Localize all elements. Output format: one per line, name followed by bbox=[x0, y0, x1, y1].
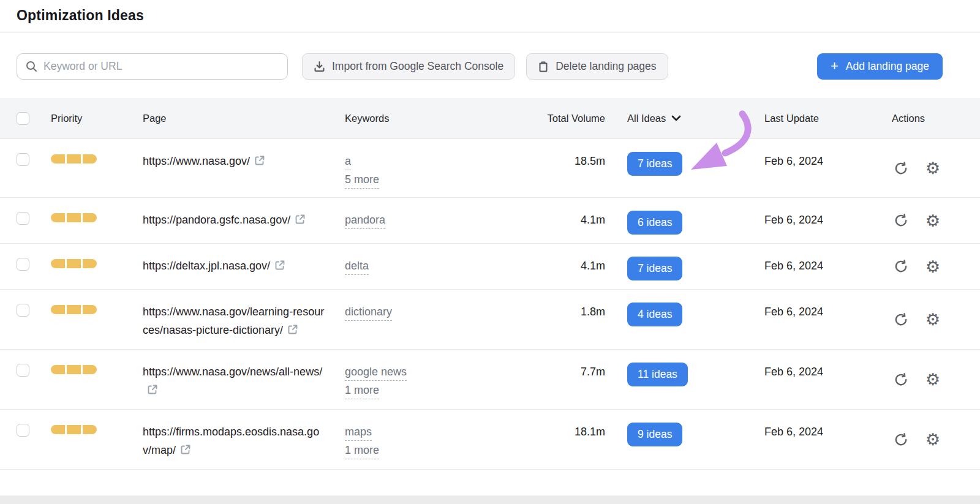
total-volume-value: 18.1m bbox=[529, 410, 605, 469]
ideas-button[interactable]: 4 ideas bbox=[627, 303, 682, 326]
ideas-cell: 4 ideas bbox=[605, 290, 764, 349]
actions-cell: ⚙ bbox=[889, 198, 980, 243]
external-link-icon[interactable] bbox=[254, 153, 265, 171]
delete-landing-pages-label: Delete landing pages bbox=[556, 60, 656, 73]
priority-segment bbox=[83, 259, 97, 268]
keyword-link[interactable]: 1 more bbox=[345, 382, 379, 399]
keywords-cell: maps1 more bbox=[345, 410, 529, 469]
header-total-volume: Total Volume bbox=[529, 113, 605, 124]
gear-icon[interactable]: ⚙ bbox=[925, 431, 940, 448]
bottom-strip bbox=[0, 495, 980, 504]
priority-segment bbox=[51, 213, 65, 222]
ideas-button[interactable]: 7 ideas bbox=[627, 257, 682, 280]
priority-cell bbox=[51, 244, 143, 289]
priority-indicator bbox=[51, 365, 143, 374]
actions-cell: ⚙ bbox=[889, 410, 980, 469]
priority-segment bbox=[51, 259, 65, 268]
row-check-cell bbox=[0, 139, 51, 197]
row-checkbox[interactable] bbox=[17, 258, 29, 271]
row-check-cell bbox=[0, 198, 51, 243]
page-url-text: https://www.nasa.gov/news/all-news/ bbox=[143, 366, 322, 378]
external-link-icon[interactable] bbox=[274, 258, 285, 276]
page-url-cell: https://www.nasa.gov/ bbox=[143, 139, 326, 197]
gear-icon[interactable]: ⚙ bbox=[925, 258, 940, 275]
gear-icon[interactable]: ⚙ bbox=[925, 160, 940, 176]
table-body: https://www.nasa.gov/ a5 more 18.5m 7 id… bbox=[0, 139, 980, 470]
ideas-button[interactable]: 9 ideas bbox=[627, 423, 682, 446]
keywords-cell: pandora bbox=[345, 198, 529, 243]
refresh-icon[interactable] bbox=[893, 432, 909, 448]
table-row: https://deltax.jpl.nasa.gov/ delta 4.1m … bbox=[0, 244, 980, 290]
row-checkbox[interactable] bbox=[17, 212, 29, 225]
refresh-icon[interactable] bbox=[893, 258, 909, 274]
row-checkbox[interactable] bbox=[17, 304, 29, 317]
ideas-button[interactable]: 6 ideas bbox=[627, 211, 682, 235]
add-landing-page-label: Add landing page bbox=[846, 60, 929, 73]
keyword-link[interactable]: 1 more bbox=[345, 442, 379, 459]
last-update-value: Feb 6, 2024 bbox=[764, 198, 889, 243]
page-url-cell: https://pandora.gsfc.nasa.gov/ bbox=[143, 198, 326, 243]
refresh-icon[interactable] bbox=[893, 372, 909, 388]
keywords-cell: a5 more bbox=[345, 139, 529, 197]
keyword-link[interactable]: pandora bbox=[345, 212, 385, 229]
search-icon bbox=[26, 61, 37, 72]
table-row: https://firms.modaps.eosdis.nasa.gov/map… bbox=[0, 410, 980, 470]
select-all-cell bbox=[0, 112, 51, 125]
external-link-icon[interactable] bbox=[147, 382, 158, 401]
keyword-link[interactable]: 5 more bbox=[345, 171, 379, 189]
header-page: Page bbox=[143, 113, 345, 124]
plus-icon: + bbox=[831, 59, 839, 73]
actions-cell: ⚙ bbox=[889, 244, 980, 289]
external-link-icon[interactable] bbox=[180, 442, 191, 461]
keyword-link[interactable]: maps bbox=[345, 424, 372, 441]
keyword-link[interactable]: dictionary bbox=[345, 304, 392, 321]
gear-icon[interactable]: ⚙ bbox=[925, 371, 940, 388]
priority-indicator bbox=[51, 259, 143, 268]
table-row: https://www.nasa.gov/learning-resources/… bbox=[0, 290, 980, 350]
keyword-link[interactable]: google news bbox=[345, 364, 407, 381]
header-all-ideas-label: All Ideas bbox=[627, 113, 666, 124]
add-landing-page-button[interactable]: + Add landing page bbox=[817, 53, 943, 80]
refresh-icon[interactable] bbox=[893, 312, 909, 328]
row-check-cell bbox=[0, 244, 51, 289]
import-gsc-button[interactable]: Import from Google Search Console bbox=[302, 53, 515, 80]
row-checkbox[interactable] bbox=[17, 153, 29, 166]
row-checkbox[interactable] bbox=[17, 364, 29, 377]
ideas-button[interactable]: 7 ideas bbox=[627, 152, 682, 176]
external-link-icon[interactable] bbox=[287, 322, 298, 340]
keyword-link[interactable]: delta bbox=[345, 258, 369, 275]
last-update-value: Feb 6, 2024 bbox=[764, 139, 889, 197]
priority-segment bbox=[83, 154, 97, 164]
refresh-icon[interactable] bbox=[893, 213, 909, 228]
total-volume-value: 1.8m bbox=[529, 290, 605, 349]
priority-segment bbox=[51, 154, 65, 164]
gear-icon[interactable]: ⚙ bbox=[925, 213, 940, 229]
priority-segment bbox=[83, 305, 97, 314]
row-check-cell bbox=[0, 350, 51, 409]
keywords-cell: google news1 more bbox=[345, 350, 529, 409]
page-url-text: https://pandora.gsfc.nasa.gov/ bbox=[143, 214, 290, 226]
gear-icon[interactable]: ⚙ bbox=[925, 311, 940, 328]
last-update-value: Feb 6, 2024 bbox=[764, 244, 889, 289]
ideas-cell: 9 ideas bbox=[605, 410, 764, 469]
toolbar: Import from Google Search Console Delete… bbox=[0, 33, 980, 98]
search-box[interactable] bbox=[17, 53, 288, 80]
external-link-icon[interactable] bbox=[295, 212, 306, 230]
priority-indicator bbox=[51, 154, 143, 164]
priority-cell bbox=[51, 290, 143, 349]
table-header-row: Priority Page Keywords Total Volume All … bbox=[0, 98, 980, 139]
delete-landing-pages-button[interactable]: Delete landing pages bbox=[526, 53, 668, 80]
header-priority: Priority bbox=[51, 113, 143, 124]
actions-cell: ⚙ bbox=[889, 139, 980, 197]
priority-segment bbox=[83, 425, 97, 434]
row-checkbox[interactable] bbox=[17, 424, 29, 437]
refresh-icon[interactable] bbox=[893, 160, 909, 176]
page-url-text: https://firms.modaps.eosdis.nasa.gov/map… bbox=[143, 426, 319, 456]
total-volume-value: 18.5m bbox=[529, 139, 605, 197]
search-input[interactable] bbox=[43, 60, 279, 73]
select-all-checkbox[interactable] bbox=[17, 112, 29, 125]
keyword-link[interactable]: a bbox=[345, 153, 351, 170]
ideas-button[interactable]: 11 ideas bbox=[627, 363, 688, 386]
last-update-value: Feb 6, 2024 bbox=[764, 290, 889, 349]
header-all-ideas-dropdown[interactable]: All Ideas bbox=[605, 113, 764, 124]
